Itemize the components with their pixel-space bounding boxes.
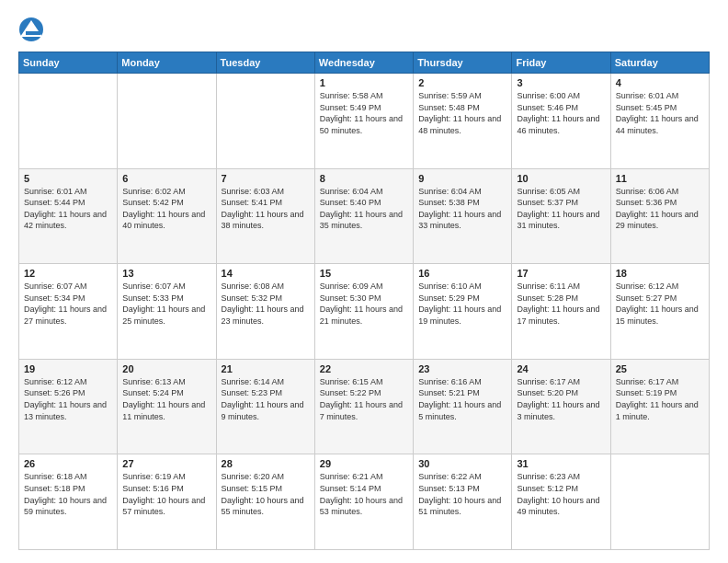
weekday-header: Tuesday <box>216 52 314 74</box>
day-number: 18 <box>616 268 704 279</box>
calendar-week-row: 26Sunrise: 6:18 AM Sunset: 5:18 PM Dayli… <box>19 454 710 550</box>
calendar-cell: 22Sunrise: 6:15 AM Sunset: 5:22 PM Dayli… <box>314 359 413 454</box>
cell-info: Sunrise: 6:10 AM Sunset: 5:29 PM Dayligh… <box>418 281 506 327</box>
day-number: 27 <box>122 458 210 469</box>
day-number: 22 <box>320 363 408 374</box>
calendar-week-row: 19Sunrise: 6:12 AM Sunset: 5:26 PM Dayli… <box>19 359 710 454</box>
calendar-cell: 2Sunrise: 5:59 AM Sunset: 5:48 PM Daylig… <box>414 74 512 169</box>
calendar-cell: 9Sunrise: 6:04 AM Sunset: 5:38 PM Daylig… <box>414 168 512 264</box>
cell-info: Sunrise: 6:01 AM Sunset: 5:45 PM Dayligh… <box>616 90 704 136</box>
cell-info: Sunrise: 6:12 AM Sunset: 5:27 PM Dayligh… <box>616 281 704 327</box>
calendar-cell: 10Sunrise: 6:05 AM Sunset: 5:37 PM Dayli… <box>512 168 610 264</box>
calendar-cell: 16Sunrise: 6:10 AM Sunset: 5:29 PM Dayli… <box>414 264 512 360</box>
cell-info: Sunrise: 6:13 AM Sunset: 5:24 PM Dayligh… <box>122 376 210 422</box>
day-number: 3 <box>517 77 605 88</box>
day-number: 13 <box>122 268 210 279</box>
calendar-cell: 18Sunrise: 6:12 AM Sunset: 5:27 PM Dayli… <box>610 264 709 360</box>
day-number: 10 <box>517 173 605 184</box>
day-number: 26 <box>24 458 112 469</box>
cell-info: Sunrise: 6:07 AM Sunset: 5:33 PM Dayligh… <box>122 281 210 327</box>
cell-info: Sunrise: 6:01 AM Sunset: 5:44 PM Dayligh… <box>24 186 112 232</box>
day-number: 1 <box>320 77 408 88</box>
calendar-cell: 7Sunrise: 6:03 AM Sunset: 5:41 PM Daylig… <box>216 168 314 264</box>
calendar-cell: 20Sunrise: 6:13 AM Sunset: 5:24 PM Dayli… <box>118 359 216 454</box>
day-number: 5 <box>24 173 112 184</box>
calendar-cell <box>610 454 709 550</box>
day-number: 2 <box>418 77 506 88</box>
calendar-cell: 23Sunrise: 6:16 AM Sunset: 5:21 PM Dayli… <box>414 359 512 454</box>
cell-info: Sunrise: 6:21 AM Sunset: 5:14 PM Dayligh… <box>320 471 408 517</box>
day-number: 19 <box>24 363 112 374</box>
cell-info: Sunrise: 6:04 AM Sunset: 5:40 PM Dayligh… <box>320 186 408 232</box>
cell-info: Sunrise: 6:16 AM Sunset: 5:21 PM Dayligh… <box>418 376 506 422</box>
calendar-cell: 25Sunrise: 6:17 AM Sunset: 5:19 PM Dayli… <box>610 359 709 454</box>
cell-info: Sunrise: 6:04 AM Sunset: 5:38 PM Dayligh… <box>418 186 506 232</box>
calendar-cell: 31Sunrise: 6:23 AM Sunset: 5:12 PM Dayli… <box>512 454 610 550</box>
calendar-week-row: 1Sunrise: 5:58 AM Sunset: 5:49 PM Daylig… <box>19 74 710 169</box>
day-number: 14 <box>222 268 310 279</box>
calendar-cell: 24Sunrise: 6:17 AM Sunset: 5:20 PM Dayli… <box>512 359 610 454</box>
weekday-header-row: SundayMondayTuesdayWednesdayThursdayFrid… <box>19 52 710 74</box>
day-number: 29 <box>320 458 408 469</box>
calendar-cell: 11Sunrise: 6:06 AM Sunset: 5:36 PM Dayli… <box>610 168 709 264</box>
cell-info: Sunrise: 6:05 AM Sunset: 5:37 PM Dayligh… <box>517 186 605 232</box>
calendar-cell: 14Sunrise: 6:08 AM Sunset: 5:32 PM Dayli… <box>216 264 314 360</box>
cell-info: Sunrise: 5:58 AM Sunset: 5:49 PM Dayligh… <box>320 90 408 136</box>
day-number: 12 <box>24 268 112 279</box>
calendar-cell: 26Sunrise: 6:18 AM Sunset: 5:18 PM Dayli… <box>19 454 118 550</box>
day-number: 30 <box>418 458 506 469</box>
weekday-header: Thursday <box>414 52 512 74</box>
cell-info: Sunrise: 6:11 AM Sunset: 5:28 PM Dayligh… <box>517 281 605 327</box>
calendar-cell: 28Sunrise: 6:20 AM Sunset: 5:15 PM Dayli… <box>216 454 314 550</box>
day-number: 9 <box>418 173 506 184</box>
calendar-cell: 29Sunrise: 6:21 AM Sunset: 5:14 PM Dayli… <box>314 454 413 550</box>
calendar-cell: 5Sunrise: 6:01 AM Sunset: 5:44 PM Daylig… <box>19 168 118 264</box>
calendar-cell: 6Sunrise: 6:02 AM Sunset: 5:42 PM Daylig… <box>118 168 216 264</box>
logo-icon <box>18 17 44 42</box>
cell-info: Sunrise: 6:06 AM Sunset: 5:36 PM Dayligh… <box>616 186 704 232</box>
calendar-cell: 21Sunrise: 6:14 AM Sunset: 5:23 PM Dayli… <box>216 359 314 454</box>
cell-info: Sunrise: 6:09 AM Sunset: 5:30 PM Dayligh… <box>320 281 408 327</box>
cell-info: Sunrise: 6:03 AM Sunset: 5:41 PM Dayligh… <box>222 186 310 232</box>
calendar-cell: 4Sunrise: 6:01 AM Sunset: 5:45 PM Daylig… <box>610 74 709 169</box>
calendar-cell: 30Sunrise: 6:22 AM Sunset: 5:13 PM Dayli… <box>414 454 512 550</box>
cell-info: Sunrise: 6:23 AM Sunset: 5:12 PM Dayligh… <box>517 471 605 517</box>
day-number: 17 <box>517 268 605 279</box>
calendar-cell <box>216 74 314 169</box>
cell-info: Sunrise: 5:59 AM Sunset: 5:48 PM Dayligh… <box>418 90 506 136</box>
weekday-header: Saturday <box>610 52 709 74</box>
header <box>18 17 710 42</box>
day-number: 7 <box>222 173 310 184</box>
day-number: 8 <box>320 173 408 184</box>
calendar-cell: 27Sunrise: 6:19 AM Sunset: 5:16 PM Dayli… <box>118 454 216 550</box>
cell-info: Sunrise: 6:14 AM Sunset: 5:23 PM Dayligh… <box>222 376 310 422</box>
cell-info: Sunrise: 6:20 AM Sunset: 5:15 PM Dayligh… <box>222 471 310 517</box>
cell-info: Sunrise: 6:02 AM Sunset: 5:42 PM Dayligh… <box>122 186 210 232</box>
day-number: 20 <box>122 363 210 374</box>
calendar-cell <box>118 74 216 169</box>
weekday-header: Sunday <box>19 52 118 74</box>
calendar-cell: 1Sunrise: 5:58 AM Sunset: 5:49 PM Daylig… <box>314 74 413 169</box>
cell-info: Sunrise: 6:00 AM Sunset: 5:46 PM Dayligh… <box>517 90 605 136</box>
calendar-cell: 19Sunrise: 6:12 AM Sunset: 5:26 PM Dayli… <box>19 359 118 454</box>
cell-info: Sunrise: 6:08 AM Sunset: 5:32 PM Dayligh… <box>222 281 310 327</box>
calendar-cell <box>19 74 118 169</box>
svg-rect-2 <box>26 31 40 35</box>
weekday-header: Friday <box>512 52 610 74</box>
page: SundayMondayTuesdayWednesdayThursdayFrid… <box>0 0 728 563</box>
day-number: 16 <box>418 268 506 279</box>
cell-info: Sunrise: 6:17 AM Sunset: 5:20 PM Dayligh… <box>517 376 605 422</box>
day-number: 11 <box>616 173 704 184</box>
cell-info: Sunrise: 6:19 AM Sunset: 5:16 PM Dayligh… <box>122 471 210 517</box>
day-number: 28 <box>222 458 310 469</box>
calendar-cell: 8Sunrise: 6:04 AM Sunset: 5:40 PM Daylig… <box>314 168 413 264</box>
calendar-week-row: 5Sunrise: 6:01 AM Sunset: 5:44 PM Daylig… <box>19 168 710 264</box>
calendar-cell: 17Sunrise: 6:11 AM Sunset: 5:28 PM Dayli… <box>512 264 610 360</box>
cell-info: Sunrise: 6:12 AM Sunset: 5:26 PM Dayligh… <box>24 376 112 422</box>
calendar-cell: 13Sunrise: 6:07 AM Sunset: 5:33 PM Dayli… <box>118 264 216 360</box>
day-number: 25 <box>616 363 704 374</box>
weekday-header: Monday <box>118 52 216 74</box>
logo <box>18 17 48 42</box>
cell-info: Sunrise: 6:17 AM Sunset: 5:19 PM Dayligh… <box>616 376 704 422</box>
calendar-cell: 3Sunrise: 6:00 AM Sunset: 5:46 PM Daylig… <box>512 74 610 169</box>
